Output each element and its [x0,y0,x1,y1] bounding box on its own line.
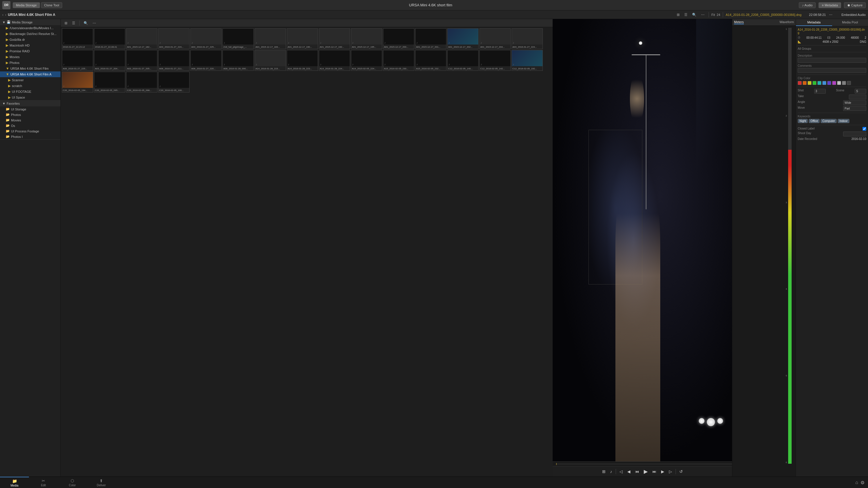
step-forward-btn[interactable]: ▶ [660,468,665,475]
footer-tab-color[interactable]: ⬡ Color [58,477,87,488]
sidebar-item-path[interactable]: ▶ /Users/alexanderBlu/Movies I... [0,25,60,31]
media-thumb-t14[interactable]: ♪A01_2015-12-17_204... [479,28,511,49]
media-thumb-t32[interactable]: ♪C20_2016-02-05_095... [94,72,125,93]
zoom-control[interactable]: ⊞ [601,468,607,475]
media-thumb-t34[interactable]: ♪C20_2016-02-05_100... [158,72,189,93]
list-view-btn[interactable]: ☰ [71,21,77,26]
media-thumb-t22[interactable]: ♪A14_2016-01-28_215... [255,50,286,71]
timecode-options-btn[interactable]: ⋯ [828,12,834,18]
more-options-btn[interactable]: ⋯ [91,21,97,26]
media-thumb-t1[interactable]: ♪2016-01-27_22,23.12 [62,28,93,49]
media-storage-header[interactable]: ▼ 💾 Media Storage [0,19,60,25]
color-swatch-2[interactable] [808,81,812,85]
next-mark-btn[interactable]: ▷ [668,468,673,475]
media-thumb-t19[interactable]: ♪A08_2016-01-27_211... [158,50,189,71]
search-btn[interactable]: 🔍 [691,12,698,18]
scene-input[interactable] [855,89,866,94]
media-thumb-t4[interactable]: ♪A03_2016-01-27_224... [158,28,189,49]
shot-input[interactable] [814,89,826,94]
options-btn[interactable]: ⋯ [700,12,706,18]
meters-tab[interactable]: Meters [734,20,744,24]
move-input[interactable] [843,106,866,111]
media-thumb-t20[interactable]: ♪A08_2016-01-27_220... [190,50,222,71]
sidebar-item-ui-footage[interactable]: ▶ UI FOOTAGE [0,89,60,95]
media-thumb-t25[interactable]: ♪A14_2015-02-05_224... [351,50,382,71]
color-swatch-1[interactable] [803,81,807,85]
metadata-button[interactable]: ≡ Metadata [818,2,841,8]
color-swatch-9[interactable] [842,81,846,85]
media-thumb-t23[interactable]: ♪A14_2016-01-28_223... [287,50,318,71]
tab-media-pool[interactable]: Media Pool [832,19,868,26]
sidebar-item-ursa-short[interactable]: ▼ URSA Mini 4.6K Short Film [0,66,60,71]
settings-icon[interactable]: ⚙ [861,480,865,485]
fav-item-os[interactable]: 📂 Os [0,123,60,128]
sidebar-item-ursa-a[interactable]: ▼ URSA Mini 4.6K Short Film A [0,71,60,77]
media-thumb-t17[interactable]: ♪A03_2016-01-27_204... [94,50,125,71]
keyword-tag-0[interactable]: Night [798,119,808,123]
media-thumb-t10[interactable]: ♪A01_2015-12-17_195... [351,28,382,49]
media-thumb-t12[interactable]: ♪A01_2015-12-17_201... [415,28,446,49]
sidebar-item-scanner[interactable]: ▶ Scanner [0,77,60,83]
sidebar-item-ui-space[interactable]: ▶ UI Space [0,95,60,100]
footer-tab-media[interactable]: 📁 Media [0,477,29,488]
rewind-start-btn[interactable]: ⏮ [634,468,640,475]
keyword-tag-2[interactable]: Computer [820,119,837,123]
view-list-btn[interactable]: ☰ [683,12,689,18]
sidebar-item-scratch[interactable]: ▶ scratch [0,83,60,89]
audio-control[interactable]: ♪ [609,468,613,475]
sidebar-item-photos[interactable]: ▶ Photos [0,60,60,66]
audio-button[interactable]: ♪ Audio [799,2,816,8]
media-thumb-t28[interactable]: ♪C12_2016-02-05_140... [447,50,478,71]
home-icon[interactable]: ⌂ [855,480,858,485]
loop-btn[interactable]: ↺ [678,468,684,475]
media-thumb-t29[interactable]: ♪C12_2016-02-05_142... [479,50,511,71]
color-swatch-10[interactable] [847,81,851,85]
keyword-tag-1[interactable]: Office [809,119,820,123]
comments-input[interactable] [798,68,866,73]
media-thumb-t21[interactable]: ♪A08_2016-01-28_000... [222,50,254,71]
nav-forward-icon[interactable]: › [5,13,6,17]
media-thumb-t2[interactable]: ♪2016-01-27_22,08.41 [94,28,125,49]
sidebar-item-promise[interactable]: ▶ Promise RAID [0,48,60,54]
media-thumb-t16[interactable]: ♪A08_2016-01-27_225... [62,50,93,71]
color-swatch-3[interactable] [812,81,816,85]
media-thumb-t7[interactable]: ♪A01_2015-12-17_183... [255,28,286,49]
media-thumb-t26[interactable]: ♪A15_2016-02-05_230... [383,50,414,71]
forward-end-btn[interactable]: ⏭ [651,468,658,475]
prev-mark-btn[interactable]: ◁ [618,468,624,475]
description-input[interactable] [798,58,866,63]
fav-item-photos2[interactable]: 📂 Photos I [0,134,60,139]
view-grid-btn[interactable]: ⊞ [675,12,681,18]
media-thumb-t30[interactable]: ♪C12_2016-02-05_192... [512,50,543,71]
shoot-day-input[interactable] [843,132,866,136]
footer-tab-deliver[interactable]: ⬆ Deliver [87,477,116,488]
media-thumb-t13[interactable]: ♪A01_2015-12-17_202... [447,28,478,49]
nav-back-icon[interactable]: ‹ [2,13,3,17]
color-swatch-4[interactable] [817,81,822,85]
media-thumb-t9[interactable]: ♪A01_2015-12-17_192... [319,28,350,49]
media-thumb-t24[interactable]: ♪A14_2016-01-28_224... [319,50,350,71]
favorites-header[interactable]: ▼ Favorites [0,101,60,106]
closed-checkbox[interactable] [863,127,866,131]
media-thumb-t18[interactable]: ♪A03_2016-01-27_205... [126,50,157,71]
keyword-tag-3[interactable]: Indoor [838,119,849,123]
footer-tab-edit[interactable]: ✂ Edit [29,477,58,488]
search-media-btn[interactable]: 🔍 [82,21,89,26]
media-thumb-t33[interactable]: ♪C20_2016-02-05_098... [126,72,157,93]
take-input[interactable] [849,95,866,99]
color-swatch-0[interactable] [798,81,802,85]
fav-item-process[interactable]: 📂 UI Process Footage [0,128,60,134]
step-back-btn[interactable]: ◀ [626,468,631,475]
capture-button[interactable]: ⏺ Capture [844,2,866,8]
media-thumb-t8[interactable]: ♪A01_2015-12-17_190... [287,28,318,49]
media-thumb-t15[interactable]: ♪A03_2016-01-27_224... [512,28,543,49]
media-thumb-t6[interactable]: ♪218_full_pilgrimage_... [222,28,254,49]
clone-tool-tab[interactable]: Clone Tool [41,2,62,8]
media-storage-tab[interactable]: Media Storage [13,2,40,8]
play-pause-btn[interactable]: ▶ [643,468,649,475]
waveform-tab[interactable]: Waveform [779,20,794,24]
color-swatch-5[interactable] [822,81,826,85]
media-thumb-t31[interactable]: ♪C20_2016-02-05_194... [62,72,93,93]
fav-item-storage[interactable]: 📂 UI Storage [0,106,60,112]
sidebar-item-godzilla[interactable]: ▶ GodzIlla dr [0,37,60,42]
